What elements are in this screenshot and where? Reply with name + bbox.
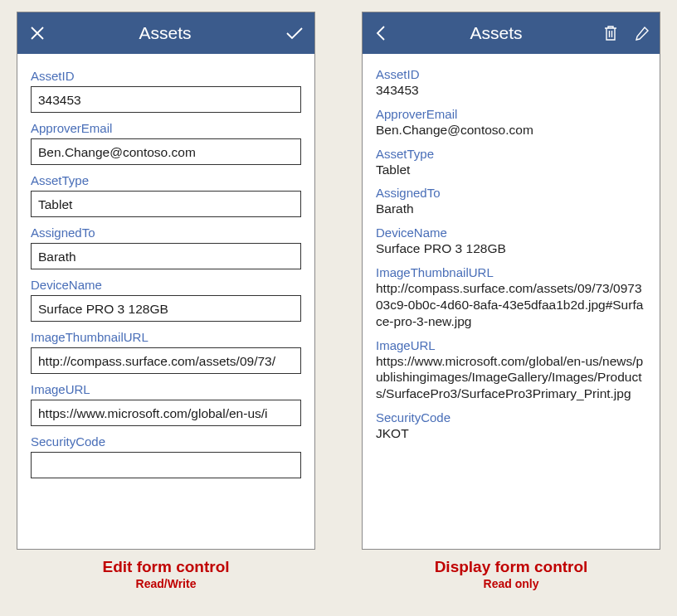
- asset-type-label: AssetType: [376, 147, 646, 161]
- asset-id-label: AssetID: [31, 69, 301, 83]
- image-url-field[interactable]: [31, 400, 301, 426]
- approver-email-value: Ben.Change@contoso.com: [376, 122, 646, 138]
- edit-title: Assets: [46, 23, 285, 43]
- assigned-to-value: Barath: [376, 201, 646, 217]
- image-thumbnail-url-field[interactable]: [31, 347, 301, 374]
- approver-email-field[interactable]: [31, 138, 301, 165]
- edit-caption: Edit form control Read/Write: [17, 558, 315, 590]
- assigned-to-label: AssignedTo: [31, 226, 301, 240]
- approver-email-label: ApproverEmail: [31, 121, 301, 135]
- close-icon[interactable]: [29, 25, 46, 41]
- edit-caption-sub: Read/Write: [17, 577, 315, 590]
- image-thumbnail-url-label: ImageThumbnailURL: [376, 265, 646, 279]
- display-caption-title: Display form control: [362, 558, 660, 576]
- security-code-field[interactable]: [31, 452, 301, 478]
- asset-type-value: Tablet: [376, 162, 646, 178]
- image-url-value: https://www.microsoft.com/global/en-us/n…: [376, 353, 646, 402]
- approver-email-label: ApproverEmail: [376, 107, 646, 121]
- security-code-label: SecurityCode: [31, 434, 301, 449]
- image-url-label: ImageURL: [376, 338, 646, 352]
- edit-body: AssetID ApproverEmail AssetType Assigned…: [17, 54, 314, 549]
- image-thumbnail-url-value: http://compass.surface.com/assets/09/73/…: [376, 280, 646, 329]
- check-icon[interactable]: [285, 25, 304, 41]
- display-form-screen: Assets AssetID 343453 ApproverEmail Ben.…: [362, 12, 660, 550]
- edit-icon[interactable]: [635, 26, 650, 41]
- edit-form-screen: Assets AssetID ApproverEmail AssetType A…: [17, 12, 315, 550]
- display-header: Assets: [363, 12, 660, 54]
- asset-id-value: 343453: [376, 82, 646, 99]
- assigned-to-field[interactable]: [31, 243, 301, 269]
- asset-type-label: AssetType: [31, 173, 301, 187]
- display-caption: Display form control Read only: [362, 558, 660, 590]
- assigned-to-label: AssignedTo: [376, 186, 646, 200]
- security-code-value: JKOT: [376, 425, 646, 442]
- asset-type-field[interactable]: [31, 191, 301, 217]
- trash-icon[interactable]: [603, 25, 618, 41]
- asset-id-field[interactable]: [31, 86, 301, 113]
- display-body: AssetID 343453 ApproverEmail Ben.Change@…: [363, 54, 660, 549]
- device-name-field[interactable]: [31, 295, 301, 322]
- image-thumbnail-url-label: ImageThumbnailURL: [31, 330, 301, 344]
- display-title: Assets: [389, 23, 603, 43]
- back-icon[interactable]: [374, 24, 389, 42]
- edit-caption-title: Edit form control: [17, 558, 315, 576]
- device-name-value: Surface PRO 3 128GB: [376, 240, 646, 257]
- asset-id-label: AssetID: [376, 67, 646, 81]
- edit-header: Assets: [17, 12, 314, 54]
- device-name-label: DeviceName: [376, 226, 646, 240]
- display-caption-sub: Read only: [362, 577, 660, 590]
- security-code-label: SecurityCode: [376, 410, 646, 424]
- device-name-label: DeviceName: [31, 278, 301, 292]
- image-url-label: ImageURL: [31, 382, 301, 396]
